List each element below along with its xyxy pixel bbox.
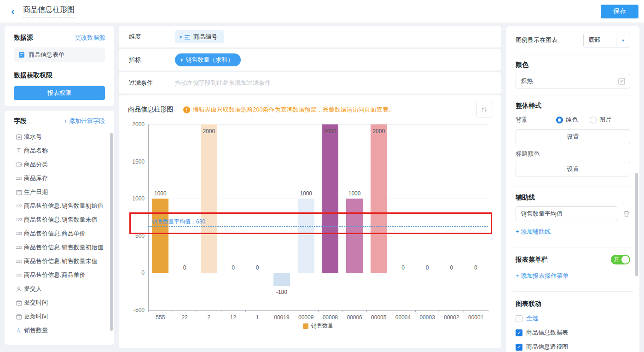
dimension-tag[interactable]: ▾ 商品编号: [175, 30, 224, 43]
field-item[interactable]: 123商品售价信息.销售数量初始值: [14, 241, 110, 254]
gridline: [148, 273, 488, 273]
add-guide-line-link[interactable]: + 添加辅助线: [516, 228, 551, 236]
field-item[interactable]: 7提交时间: [14, 296, 110, 310]
title-color-setting-button[interactable]: 设置: [516, 162, 630, 176]
color-section-title: 颜色: [516, 61, 630, 69]
x-axis-tickmark: [221, 310, 221, 312]
x-axis-tickmark: [342, 310, 343, 312]
svg-text:7: 7: [18, 316, 20, 319]
report-menu-title: 报表菜单栏: [516, 256, 548, 264]
metric-label: 指标: [129, 56, 175, 64]
title-color-label: 标题颜色: [516, 150, 630, 158]
chart-linkage-title: 图表联动: [516, 300, 630, 308]
x-axis-category-label: 22: [173, 314, 197, 321]
chart-legend[interactable]: 销售数量: [148, 322, 488, 330]
field-item-label: 商品售价信息.商品单价: [24, 271, 86, 279]
select-all-label[interactable]: 全选: [526, 314, 538, 323]
x-axis-tickmark: [173, 310, 173, 312]
field-item[interactable]: 7生产日期: [14, 185, 110, 199]
bar[interactable]: [152, 199, 168, 273]
radio-solid-color[interactable]: [556, 117, 563, 123]
datasource-item[interactable]: 商品信息表单: [14, 47, 105, 62]
chevron-down-icon: ▾: [616, 33, 630, 47]
select-all-checkbox[interactable]: [516, 315, 522, 322]
filter-row[interactable]: 过滤条件 拖动左侧字段到此处来添加过滤条件: [119, 72, 501, 94]
field-item[interactable]: 提交人: [14, 282, 110, 296]
field-item[interactable]: 7更新时间: [14, 310, 110, 323]
field-item[interactable]: 123商品售价信息.销售数量末值: [14, 213, 110, 227]
linkage-item[interactable]: ✓商品信息透视图: [516, 343, 630, 351]
fields-panel: 字段 + 添加计算字段 流水号T商品名称商品分类123商品库存7生产日期123商…: [5, 111, 114, 345]
linkage-item-label: 商品信息透视图: [526, 343, 568, 351]
field-item-label: 商品售价信息.销售数量初始值: [24, 202, 104, 210]
change-datasource-link[interactable]: 更改数据源: [75, 34, 105, 42]
bar[interactable]: [273, 273, 290, 286]
legend-position-label: 图例显示在图表: [516, 36, 557, 44]
linkage-item[interactable]: ✓商品信息数据表: [516, 329, 630, 337]
plus-icon: +: [516, 272, 519, 279]
report-permission-button[interactable]: 报表权限: [14, 86, 105, 100]
permission-title: 数据获取权限: [14, 71, 105, 80]
bar-value-label: 0: [221, 264, 245, 271]
linkage-item-label: 商品信息数据表: [526, 329, 568, 337]
radio-image[interactable]: [590, 117, 597, 123]
overall-style-title: 整体样式: [516, 102, 630, 110]
settings-scrollbar[interactable]: [635, 173, 638, 276]
select-all-row[interactable]: 全选: [516, 314, 630, 323]
date-icon: 7: [14, 314, 24, 320]
guide-line-input[interactable]: 销售数量平均值: [516, 206, 617, 221]
linkage-checkbox[interactable]: ✓: [516, 344, 522, 351]
field-item[interactable]: fx销售数量: [14, 323, 110, 337]
bar-chart: -500050010001500200010000200000-18010002…: [119, 95, 501, 348]
left-sidebar: 数据源 更改数据源 商品信息表单 数据获取权限 报表权限 字段 + 添加计算字段…: [5, 26, 114, 345]
bar[interactable]: [371, 124, 387, 273]
field-item[interactable]: 123商品售价信息.商品单价: [14, 268, 110, 282]
gridline: [148, 199, 488, 199]
field-item[interactable]: 商品分类: [14, 158, 110, 171]
edit-icon[interactable]: [618, 78, 625, 85]
legend-position-select[interactable]: 底部 ▾: [583, 33, 630, 47]
bar[interactable]: [346, 199, 363, 273]
background-setting-button[interactable]: 设置: [516, 129, 630, 144]
fields-scrollbar[interactable]: [110, 133, 113, 331]
number-icon: 123: [14, 231, 24, 236]
x-axis-category-label: 00003: [415, 314, 439, 321]
number-icon: 123: [14, 273, 24, 277]
add-report-menu-link[interactable]: + 添加报表操作菜单: [516, 272, 569, 280]
report-menu-toggle[interactable]: 开: [611, 255, 630, 264]
field-item-label: 商品售价信息.销售数量末值: [24, 257, 98, 265]
field-item-label: 销售数量: [24, 326, 48, 334]
linkage-checkbox[interactable]: ✓: [516, 329, 522, 336]
bar-value-label: 0: [415, 264, 439, 271]
x-axis-tickmark: [440, 310, 440, 312]
bar-value-label: 1000: [294, 190, 318, 197]
field-item[interactable]: 123商品售价信息.销售数量初始值: [14, 199, 110, 213]
plus-icon: +: [64, 117, 68, 124]
field-item[interactable]: 123商品售价信息.销售数量末值: [14, 254, 110, 268]
toggle-knob: [621, 256, 629, 264]
bar[interactable]: [298, 199, 314, 273]
field-item[interactable]: 流水号: [14, 130, 110, 144]
color-theme-input[interactable]: 炽热: [516, 74, 630, 88]
field-item[interactable]: T商品名称: [14, 144, 110, 158]
trash-icon[interactable]: [623, 210, 630, 217]
gridline: [148, 124, 488, 125]
dimension-tag-label: 商品编号: [193, 33, 217, 41]
color-theme-value: 炽热: [521, 77, 533, 85]
x-axis-category-label: 12: [221, 314, 245, 321]
field-item[interactable]: 123商品售价信息.商品单价: [14, 227, 110, 241]
add-calc-field-link[interactable]: + 添加计算字段: [64, 117, 105, 125]
save-button[interactable]: 保存: [601, 5, 638, 18]
bar[interactable]: [322, 124, 338, 273]
back-button[interactable]: ‹: [11, 6, 15, 17]
plus-icon: +: [516, 228, 519, 235]
field-item[interactable]: 123商品库存: [14, 171, 110, 185]
number-icon: 123: [14, 204, 24, 208]
main-area: 维度 ▾ 商品编号 指标 ▾ 销售数量（求和） 过滤条件 拖动左侧字段到此处来添…: [119, 26, 501, 348]
metric-tag[interactable]: ▾ 销售数量（求和）: [175, 53, 241, 66]
radio-image-label: 图片: [599, 116, 611, 124]
text-icon: T: [14, 147, 24, 154]
field-item-label: 流水号: [24, 133, 42, 141]
bar[interactable]: [201, 124, 217, 273]
legend-position-value: 底部: [584, 33, 616, 47]
